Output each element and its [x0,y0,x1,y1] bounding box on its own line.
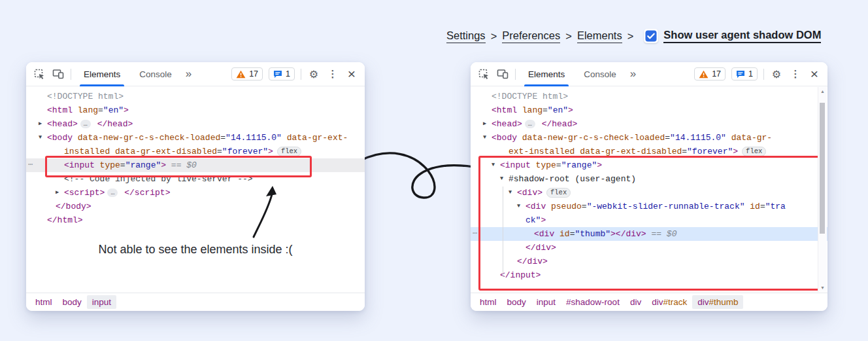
code-token: id [744,200,760,213]
inspect-icon[interactable] [477,66,490,82]
path-separator: > [565,30,572,43]
breadcrumb-item-div#track[interactable]: div#track [646,295,692,309]
expand-arrow-icon[interactable]: ▶ [56,186,64,200]
dom-tree-node[interactable]: ⋯<div id="thumb"></div> == $0 [471,227,827,241]
settings-gear-icon[interactable]: ⚙ [307,66,320,82]
dom-tree-node[interactable]: ext-installed data-gr-ext-disabled="fore… [471,145,827,158]
dom-tree-node[interactable]: ▼<div pseudo="-webkit-slider-runnable-tr… [471,200,827,213]
breadcrumb-item-#shadow-root[interactable]: #shadow-root [561,295,625,309]
dom-tree-node[interactable]: <html lang="en"> [26,103,365,117]
tab-elements[interactable]: Elements [526,62,567,86]
scroll-up-icon[interactable]: ▲ [818,89,827,94]
code-token: data-new-gr-c-s-check-loaded [73,131,220,145]
device-toolbar-icon[interactable] [496,66,509,82]
toolbar-divider [301,69,301,80]
code-token: = [120,158,125,172]
tab-console[interactable]: Console [137,62,175,86]
dom-tree-node[interactable]: </html> [26,213,365,227]
expand-arrow-icon[interactable]: ▼ [517,200,526,213]
code-token: type [95,158,120,172]
code-token: == $0 [166,158,197,172]
close-icon[interactable]: × [808,66,821,82]
preferences-link[interactable]: Preferences [502,29,560,43]
code-token: data-new-gr-c-s-check-loaded [517,131,665,145]
code-token: "tra [765,200,786,213]
messages-badge[interactable]: 1 [269,67,295,81]
dom-tree-node[interactable]: <html lang="en"> [471,103,827,117]
code-token: "forever" [687,145,733,158]
breadcrumb-item-div[interactable]: div [625,295,646,309]
scrollbar[interactable]: ▲ ▼ [818,87,827,292]
breadcrumb-item-html[interactable]: html [30,295,58,309]
device-toolbar-icon[interactable] [52,66,65,82]
tab-console[interactable]: Console [581,62,619,86]
tree-guide-line [503,187,503,277]
dom-tree-node[interactable]: <!-- Code injected by live-server --> [26,172,365,186]
scroll-down-icon[interactable]: ▼ [818,285,827,290]
expand-arrow-icon[interactable]: ▶ [39,117,47,131]
dom-tree-node[interactable]: ck"> [471,213,827,227]
code-token: > [568,103,573,117]
code-token: = [665,131,670,145]
ellipsis-expand-icon[interactable]: … [80,120,91,128]
dom-tree-node[interactable]: </div> [471,255,827,268]
messages-badge[interactable]: 1 [731,67,758,81]
expand-arrow-icon[interactable]: ▼ [39,131,47,145]
breadcrumb-item-input[interactable]: input [531,295,561,309]
code-token: installed [64,145,110,158]
dom-tree-node[interactable]: installed data-gr-ext-disabled="forever"… [26,145,365,158]
warnings-badge[interactable]: 17 [231,67,263,81]
settings-gear-icon[interactable]: ⚙ [770,66,783,82]
dom-tree-node[interactable]: ▼<body data-new-gr-c-s-check-loaded="14.… [26,131,365,145]
code-token: <html [492,103,517,117]
ellipsis-expand-icon[interactable]: … [107,188,118,197]
expand-arrow-icon[interactable]: ▼ [492,158,500,172]
dom-tree-node[interactable]: ▼<body data-new-gr-c-s-check-loaded="14.… [471,131,827,145]
dom-tree-node[interactable]: ▶<head>… </head> [471,117,827,131]
dom-tree-node[interactable]: </body> [26,200,365,213]
shadow-dom-checkbox-label[interactable]: Show user agent shadow DOM [663,29,821,43]
code-token: <head> [47,117,78,131]
kebab-menu-icon[interactable]: ⋮ [326,66,339,82]
code-token: == $0 [646,227,677,241]
node-dots-icon[interactable]: ⋯ [28,158,39,172]
code-token: = [220,131,225,145]
dom-tree-node[interactable]: </div> [471,241,827,255]
dom-tree-node[interactable]: ▼<input type="range"> [471,158,827,172]
expand-arrow-icon[interactable]: ▶ [483,117,492,131]
code-token: <!DOCTYPE html> [492,90,568,103]
breadcrumb-item-body[interactable]: body [502,295,531,309]
dom-tree-node[interactable]: <!DOCTYPE html> [471,90,827,103]
dom-tree-node[interactable]: <!DOCTYPE html> [26,90,365,103]
ellipsis-expand-icon[interactable]: … [525,120,535,128]
dom-tree-node[interactable]: ▼#shadow-root (user-agent) [471,172,827,186]
more-tabs-icon[interactable]: » [630,67,636,81]
dom-tree-node[interactable]: ▼<div>flex [471,186,827,200]
scrollbar-thumb[interactable] [820,103,825,234]
settings-link[interactable]: Settings [446,29,486,43]
dom-tree-node[interactable]: ▶<script>… </script> [26,186,365,200]
dom-tree-node[interactable]: </input> [471,268,827,282]
shadow-dom-checkbox[interactable] [644,29,658,43]
breadcrumb-part: div [697,297,709,307]
breadcrumb-item-html[interactable]: html [475,295,502,309]
tab-elements[interactable]: Elements [81,62,123,86]
dom-tree-node[interactable]: ⋯<input type="range"> == $0 [26,158,365,172]
close-icon[interactable]: × [345,66,358,82]
more-tabs-icon[interactable]: » [186,67,192,81]
code-token: lang [73,103,98,117]
breadcrumb-item-div#thumb[interactable]: div#thumb [692,295,743,309]
node-dots-icon[interactable]: ⋯ [473,227,483,241]
expand-arrow-icon[interactable]: ▼ [483,131,492,145]
expand-arrow-icon[interactable]: ▼ [509,186,517,200]
breadcrumb-item-input[interactable]: input [87,295,116,309]
kebab-menu-icon[interactable]: ⋮ [789,66,802,82]
warnings-badge[interactable]: 17 [694,67,726,81]
code-token: <body [47,131,73,145]
expand-arrow-icon[interactable]: ▼ [500,172,509,186]
breadcrumb-item-body[interactable]: body [58,295,87,309]
devtools-panel-left: Elements Console » 17 1 ⚙ ⋮ × <!DOCTYPE … [26,62,365,311]
inspect-icon[interactable] [33,66,46,82]
elements-link[interactable]: Elements [577,29,622,43]
dom-tree-node[interactable]: ▶<head>… </head> [26,117,365,131]
